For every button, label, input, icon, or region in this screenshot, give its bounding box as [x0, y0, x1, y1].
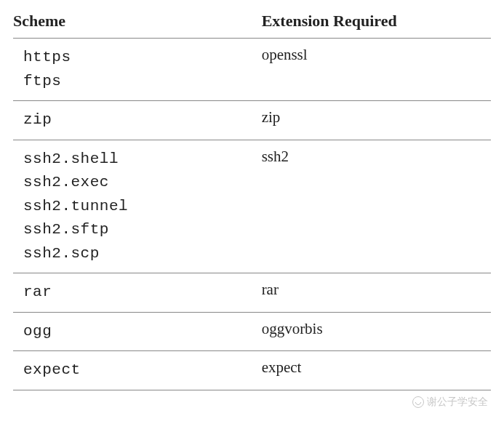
scheme-value: ftps	[23, 70, 256, 94]
wechat-icon	[412, 396, 424, 408]
extension-cell: ssh2	[262, 140, 491, 273]
extension-cell: expect	[262, 351, 491, 390]
table-header-row: Scheme Extension Required	[13, 7, 491, 39]
scheme-value: ogg	[23, 320, 256, 344]
scheme-cell: zip	[13, 101, 262, 140]
header-scheme: Scheme	[13, 7, 262, 39]
scheme-cell: expect	[13, 351, 262, 390]
scheme-cell: rar	[13, 273, 262, 313]
extension-cell: rar	[262, 273, 491, 313]
scheme-extension-table: Scheme Extension Required httpsftpsopens…	[13, 7, 491, 390]
extension-cell: oggvorbis	[262, 312, 491, 351]
scheme-value: expect	[23, 358, 256, 382]
table-body: httpsftpsopensslzipzipssh2.shellssh2.exe…	[13, 39, 491, 390]
watermark: 谢公子学安全	[412, 396, 488, 409]
table-row: ssh2.shellssh2.execssh2.tunnelssh2.sftps…	[13, 140, 491, 273]
table-row: expectexpect	[13, 351, 491, 390]
scheme-cell: httpsftps	[13, 39, 262, 101]
scheme-value: ssh2.exec	[23, 171, 256, 195]
scheme-cell: ssh2.shellssh2.execssh2.tunnelssh2.sftps…	[13, 140, 262, 273]
scheme-value: ssh2.scp	[23, 242, 256, 266]
watermark-text: 谢公子学安全	[427, 396, 488, 409]
extension-cell: zip	[262, 101, 491, 140]
table-row: httpsftpsopenssl	[13, 39, 491, 101]
scheme-value: ssh2.tunnel	[23, 195, 256, 219]
scheme-value: zip	[23, 108, 256, 132]
table-row: zipzip	[13, 101, 491, 140]
scheme-value: https	[23, 46, 256, 70]
scheme-cell: ogg	[13, 312, 262, 351]
scheme-value: ssh2.sftp	[23, 218, 256, 242]
scheme-value: ssh2.shell	[23, 148, 256, 172]
table-row: oggoggvorbis	[13, 312, 491, 351]
table-row: rarrar	[13, 273, 491, 313]
extension-cell: openssl	[262, 39, 491, 101]
header-extension: Extension Required	[262, 7, 491, 39]
scheme-value: rar	[23, 281, 256, 305]
